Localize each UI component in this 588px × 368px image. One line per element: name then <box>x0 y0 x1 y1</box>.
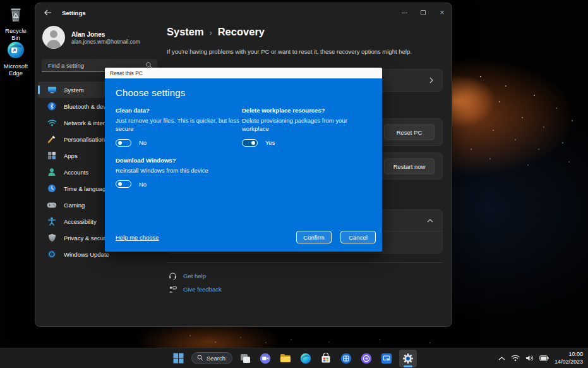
desktop-icon-recycle-bin[interactable]: Recycle Bin <box>0 5 32 42</box>
download-windows-toggle[interactable] <box>116 180 131 188</box>
page-title: Recovery <box>218 26 265 38</box>
get-help-icon <box>168 272 177 280</box>
divider <box>167 262 443 263</box>
profile-email: alan.jones.wm@hotmail.com <box>71 39 140 45</box>
dialog-body: Choose settings Clean data? Just remove … <box>105 78 382 252</box>
tray-chevron-up-icon[interactable] <box>498 357 505 360</box>
window-title: Settings <box>62 9 85 16</box>
reset-this-pc-dialog: Reset this PC Choose settings Clean data… <box>105 68 382 252</box>
taskbar-clock[interactable]: 10:00 14/02/2023 <box>555 351 583 365</box>
breadcrumb-chevron-icon: › <box>210 28 212 37</box>
desktop-icon-edge[interactable]: Microsoft Edge <box>0 40 32 77</box>
delete-workplace-toggle[interactable] <box>242 139 258 147</box>
get-help-link[interactable]: Get help <box>168 271 206 281</box>
minimize-button[interactable] <box>395 3 414 22</box>
clean-data-toggle[interactable] <box>116 139 131 147</box>
taskbar: Search <box>0 348 588 368</box>
clock-icon <box>47 183 57 193</box>
page-description: If you're having problems with your PC o… <box>167 48 412 55</box>
search-icon <box>197 355 203 362</box>
maximize-button[interactable] <box>414 3 433 22</box>
file-explorer-icon[interactable] <box>278 351 293 366</box>
taskbar-search[interactable]: Search <box>191 352 232 364</box>
remote-desktop-icon[interactable] <box>379 351 394 366</box>
window-titlebar: Settings × <box>35 3 452 22</box>
account-icon <box>47 167 57 177</box>
edge-icon[interactable] <box>298 351 313 366</box>
confirm-button[interactable]: Confirm <box>296 231 332 243</box>
breadcrumb: System › Recovery <box>167 26 265 38</box>
profile-block[interactable]: Alan Jones alan.jones.wm@hotmail.com <box>42 26 162 49</box>
option-download-windows: Download Windows? Reinstall Windows from… <box>116 157 242 188</box>
close-button[interactable]: × <box>433 3 452 22</box>
clock-time: 10:00 <box>555 351 583 358</box>
chevron-right-icon <box>429 77 433 83</box>
teams-chat-icon[interactable] <box>258 351 273 366</box>
update-icon <box>47 249 57 259</box>
system-icon <box>47 85 57 95</box>
profile-name: Alan Jones <box>71 30 140 39</box>
microsoft-store-icon[interactable] <box>318 351 333 366</box>
active-app-indicator <box>404 365 412 367</box>
dialog-title: Reset this PC <box>105 68 382 78</box>
app-grid-icon[interactable] <box>339 351 354 366</box>
avatar <box>42 26 65 49</box>
apps-icon <box>47 150 57 161</box>
bluetooth-icon <box>47 101 57 111</box>
option-delete-workplace: Delete workplace resources? Delete provi… <box>242 107 372 147</box>
reset-pc-button[interactable]: Reset PC <box>384 125 435 140</box>
task-view-icon[interactable] <box>237 351 253 366</box>
recycle-bin-icon <box>6 15 25 26</box>
selected-accent-bar <box>38 85 40 94</box>
cancel-button[interactable]: Cancel <box>340 231 376 243</box>
shield-icon <box>47 233 57 243</box>
tray-battery-icon[interactable] <box>539 355 549 361</box>
help-me-choose-link[interactable]: Help me choose <box>116 234 159 241</box>
tray-wifi-icon[interactable] <box>511 355 520 362</box>
back-button[interactable] <box>39 6 57 20</box>
desktop-icon-label: Recycle Bin <box>0 28 32 42</box>
start-button[interactable] <box>171 351 186 366</box>
desktop-icon-label: Microsoft Edge <box>0 63 32 77</box>
paintbrush-icon <box>47 134 57 144</box>
give-feedback-link[interactable]: Give feedback <box>168 284 222 294</box>
feedback-icon <box>168 285 177 293</box>
tray-volume-icon[interactable] <box>525 355 534 362</box>
option-clean-data: Clean data? Just remove your files. This… <box>116 107 242 147</box>
office-app-icon[interactable] <box>359 351 374 366</box>
clock-date: 14/02/2023 <box>555 359 583 365</box>
wifi-icon <box>47 118 57 128</box>
edge-icon <box>6 40 25 62</box>
dialog-heading: Choose settings <box>116 87 372 98</box>
chevron-up-icon <box>427 219 433 223</box>
gamepad-icon <box>47 200 57 210</box>
breadcrumb-system[interactable]: System <box>167 26 204 38</box>
shortcut-arrow-badge <box>11 47 17 53</box>
restart-now-button[interactable]: Restart now <box>384 158 435 174</box>
accessibility-icon <box>47 216 57 226</box>
wallpaper-sparkles <box>0 0 1 1</box>
settings-gear-icon[interactable] <box>399 350 417 367</box>
